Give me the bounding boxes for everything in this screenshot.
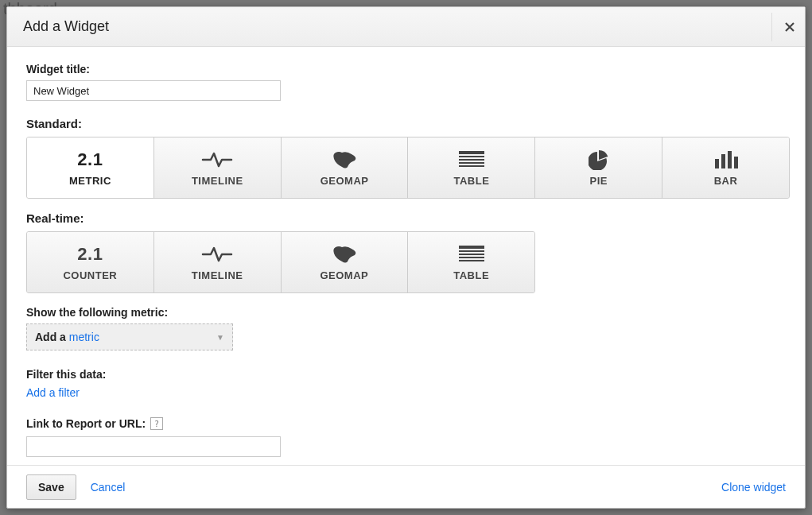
standard-type-table[interactable]: TABLE: [407, 137, 534, 198]
modal-body: Widget title: Standard: 2.1METRICTIMELIN…: [7, 47, 805, 465]
type-label: GEOMAP: [320, 269, 368, 281]
add-filter-button[interactable]: Add a filter: [26, 386, 80, 399]
bar-icon: [713, 151, 739, 168]
standard-type-metric[interactable]: 2.1METRIC: [27, 137, 153, 198]
svg-rect-0: [459, 151, 484, 154]
svg-rect-9: [459, 246, 484, 249]
add-metric-prefix: Add a: [35, 331, 69, 343]
help-icon[interactable]: ?: [150, 417, 163, 430]
svg-rect-5: [715, 159, 719, 168]
svg-rect-1: [459, 156, 484, 157]
svg-rect-4: [459, 165, 484, 167]
type-label: BAR: [714, 175, 738, 187]
timeline-icon: [201, 245, 233, 264]
svg-rect-2: [459, 159, 484, 161]
realtime-type-timeline[interactable]: TIMELINE: [153, 232, 281, 292]
type-label: TABLE: [453, 269, 489, 281]
chevron-down-icon: ▼: [216, 333, 224, 342]
metric-number-icon: 2.1: [77, 244, 103, 265]
standard-type-timeline[interactable]: TIMELINE: [153, 137, 281, 198]
svg-rect-10: [459, 250, 484, 252]
type-label: METRIC: [69, 175, 111, 187]
type-label: TABLE: [453, 175, 489, 187]
add-widget-modal: Add a Widget Widget title: Standard: 2.1…: [6, 6, 806, 509]
realtime-label: Real-time:: [26, 211, 786, 225]
save-button[interactable]: Save: [26, 474, 76, 500]
modal-header: Add a Widget: [7, 7, 805, 47]
table-icon: [459, 246, 484, 263]
add-metric-link-text: metric: [69, 331, 99, 343]
link-section-label: Link to Report or URL:: [26, 417, 146, 430]
realtime-type-table[interactable]: TABLE: [407, 232, 534, 292]
pie-icon: [589, 149, 609, 170]
standard-type-bar[interactable]: BAR: [662, 137, 789, 198]
type-label: GEOMAP: [321, 175, 369, 187]
standard-type-selector: 2.1METRICTIMELINEGEOMAPTABLEPIEBAR: [26, 137, 790, 199]
realtime-type-selector: 2.1COUNTERTIMELINEGEOMAPTABLE: [26, 231, 535, 293]
type-label: PIE: [589, 175, 607, 187]
svg-rect-6: [721, 154, 725, 168]
realtime-type-geomap[interactable]: GEOMAP: [281, 232, 408, 292]
widget-title-input[interactable]: [26, 80, 281, 101]
svg-rect-12: [459, 257, 484, 258]
metric-section-label: Show the following metric:: [26, 306, 786, 319]
clone-widget-button[interactable]: Clone widget: [721, 481, 786, 494]
geomap-icon: [331, 244, 358, 265]
svg-rect-7: [728, 151, 732, 168]
standard-type-pie[interactable]: PIE: [534, 137, 662, 198]
widget-title-label: Widget title:: [26, 63, 786, 76]
geomap-icon: [331, 149, 358, 170]
type-label: TIMELINE: [192, 269, 243, 281]
type-label: TIMELINE: [192, 175, 243, 187]
cancel-button[interactable]: Cancel: [91, 481, 126, 494]
close-icon: [784, 21, 795, 33]
svg-rect-11: [459, 254, 484, 255]
standard-type-geomap[interactable]: GEOMAP: [281, 137, 408, 198]
link-url-input[interactable]: [26, 436, 281, 457]
add-metric-dropdown[interactable]: Add a metric ▼: [26, 323, 233, 350]
modal-footer: Save Cancel Clone widget: [7, 465, 805, 508]
close-button[interactable]: [771, 13, 800, 41]
metric-number-icon: 2.1: [77, 149, 103, 170]
type-label: COUNTER: [63, 269, 117, 281]
modal-title: Add a Widget: [23, 18, 109, 35]
timeline-icon: [201, 150, 233, 169]
filter-section-label: Filter this data:: [26, 368, 786, 381]
realtime-type-counter[interactable]: 2.1COUNTER: [27, 232, 153, 292]
standard-label: Standard:: [26, 117, 786, 130]
table-icon: [459, 151, 484, 168]
svg-rect-13: [459, 260, 484, 261]
svg-rect-8: [734, 157, 738, 168]
svg-rect-3: [459, 162, 484, 164]
